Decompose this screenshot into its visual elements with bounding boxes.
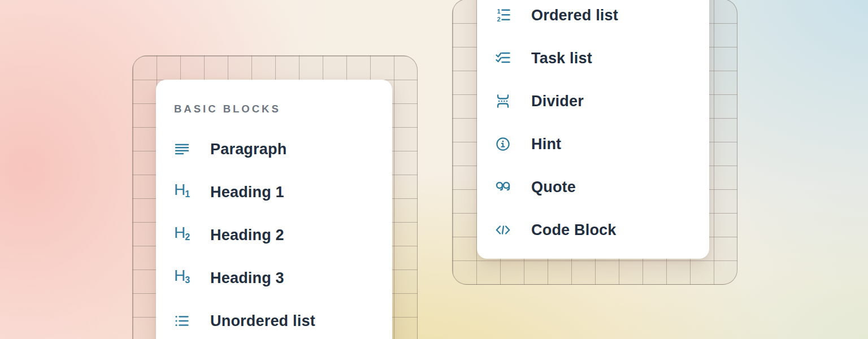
- menu-item-label: Task list: [531, 50, 592, 67]
- menu-item-hint[interactable]: Hint: [495, 128, 709, 160]
- paragraph-icon: [174, 141, 190, 157]
- svg-text:2: 2: [497, 16, 501, 23]
- menu-item-heading-2[interactable]: H2 Heading 2: [174, 219, 392, 251]
- menu-item-label: Divider: [531, 93, 584, 110]
- basic-blocks-menu: BASIC BLOCKS Paragraph H1 Heading 1 H2 H…: [156, 80, 392, 339]
- menu-item-label: Heading 2: [210, 227, 284, 244]
- heading-1-icon: H1: [174, 184, 190, 200]
- menu-item-label: Ordered list: [531, 7, 618, 24]
- menu-item-label: Unordered list: [210, 312, 315, 330]
- menu-item-quote[interactable]: Quote: [495, 171, 709, 203]
- gradient-background: [0, 0, 868, 339]
- heading-2-icon: H2: [174, 227, 190, 243]
- menu-item-heading-3[interactable]: H3 Heading 3: [174, 262, 392, 294]
- section-label: BASIC BLOCKS: [174, 103, 392, 115]
- quote-icon: [495, 179, 511, 195]
- menu-item-label: Quote: [531, 179, 576, 196]
- menu-item-label: Heading 3: [210, 270, 284, 287]
- menu-item-unordered-list[interactable]: Unordered list: [174, 305, 392, 337]
- divider-icon: [495, 93, 511, 109]
- heading-3-icon: H3: [174, 270, 190, 286]
- menu-item-label: Hint: [531, 136, 561, 153]
- menu-item-ordered-list[interactable]: 1 2 Ordered list: [495, 0, 709, 31]
- ordered-list-icon: 1 2: [495, 7, 511, 23]
- menu-item-label: Heading 1: [210, 184, 284, 201]
- svg-text:1: 1: [497, 8, 501, 15]
- menu-item-label: Code Block: [531, 221, 617, 239]
- code-block-icon: [495, 222, 511, 238]
- hint-icon: [495, 136, 511, 152]
- menu-item-task-list[interactable]: Task list: [495, 42, 709, 74]
- unordered-list-icon: [174, 313, 190, 329]
- blocks-menu-continued: 1 2 Ordered list Task list: [477, 0, 709, 259]
- menu-item-code-block[interactable]: Code Block: [495, 214, 709, 246]
- menu-item-divider[interactable]: Divider: [495, 85, 709, 117]
- menu-item-heading-1[interactable]: H1 Heading 1: [174, 176, 392, 208]
- task-list-icon: [495, 50, 511, 66]
- menu-item-paragraph[interactable]: Paragraph: [174, 133, 392, 165]
- menu-item-label: Paragraph: [210, 141, 287, 158]
